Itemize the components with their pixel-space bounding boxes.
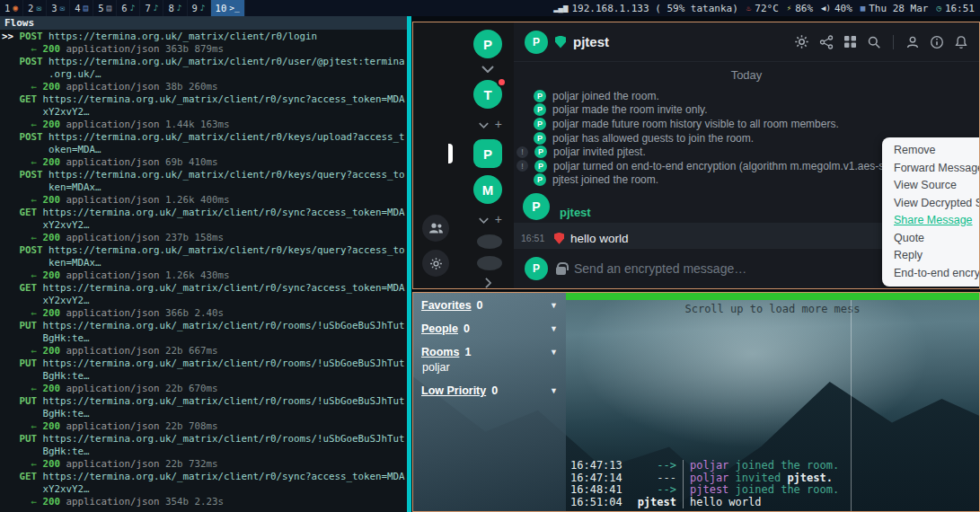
- room-avatar[interactable]: P: [525, 31, 548, 54]
- room-group-header[interactable]: Favorites0▼: [421, 299, 558, 312]
- flow-row[interactable]: GET https://termina.org.uk/_matrix/clien…: [2, 282, 411, 320]
- room-group-header[interactable]: Rooms1▼: [421, 346, 558, 358]
- workspace-7[interactable]: 7♪: [140, 0, 163, 16]
- flow-url: https://termina.org.uk/_matrix/client/r0…: [43, 93, 405, 105]
- flow-row[interactable]: GET https://termina.org.uk/_matrix/clien…: [2, 471, 411, 508]
- room-avatar-gray-1[interactable]: [477, 234, 502, 249]
- sender-avatar[interactable]: P: [523, 193, 550, 220]
- flow-request-line: GET https://termina.org.uk/_matrix/clien…: [2, 282, 411, 295]
- response-content-type: application/json: [66, 496, 166, 508]
- room-group-header[interactable]: People0▼: [421, 322, 558, 335]
- flow-selector: [2, 93, 20, 105]
- room-settings-button[interactable]: [794, 34, 809, 49]
- flow-row[interactable]: POST https://termina.org.uk/_matrix/clie…: [2, 56, 411, 93]
- menu-item-share-message[interactable]: Share Message: [882, 212, 979, 230]
- response-size-time: 363b 879ms: [165, 43, 224, 55]
- message-text: hello world: [683, 497, 761, 509]
- search-button[interactable]: [867, 35, 881, 49]
- flow-row[interactable]: POST https://termina.org.uk/_matrix/clie…: [2, 244, 411, 282]
- room-avatar-pjtest[interactable]: P: [473, 139, 502, 168]
- flow-row[interactable]: PUT https://termina.org.uk/_matrix/clien…: [2, 395, 411, 433]
- flow-response-line: ← 200 application/json 354b 2.23s: [2, 496, 411, 508]
- desktop: 1◉2✉3✉4▤5▤6♪7♪8♪9♪10>_ ▂▄▆192.168.1.133 …: [0, 0, 980, 512]
- workspace-4[interactable]: 4▤: [70, 0, 93, 16]
- chevron-down-icon[interactable]: [473, 66, 502, 73]
- menu-item-forward-message[interactable]: Forward Message: [882, 160, 979, 178]
- room-avatar-gray-2[interactable]: [477, 256, 502, 270]
- flow-method: GET: [20, 471, 43, 482]
- share-room-button[interactable]: [819, 35, 834, 49]
- workspace-10[interactable]: 10>_: [211, 0, 245, 16]
- people-button[interactable]: [422, 215, 449, 242]
- user-avatar[interactable]: P: [473, 30, 502, 58]
- flow-url-continuation: ken=MDAx…: [2, 181, 411, 194]
- flow-row[interactable]: POST https://termina.org.uk/_matrix/clie…: [2, 169, 411, 207]
- settings-button[interactable]: [422, 250, 449, 277]
- collapse-arrow-icon[interactable]: ▼: [550, 301, 558, 310]
- avatar: P: [534, 132, 546, 145]
- chevron-down-icon[interactable]: [479, 211, 489, 227]
- notifications-button[interactable]: [954, 35, 968, 49]
- flow-row[interactable]: >> POST https://termina.org.uk/_matrix/c…: [2, 31, 411, 56]
- members-button[interactable]: [905, 35, 920, 49]
- collapse-arrow-icon[interactable]: ▼: [550, 324, 558, 333]
- menu-item-remove[interactable]: Remove: [882, 142, 979, 160]
- flow-row[interactable]: POST https://termina.org.uk/_matrix/clie…: [2, 131, 411, 169]
- room-info-button[interactable]: [930, 35, 944, 49]
- flow-row[interactable]: PUT https://termina.org.uk/_matrix/clien…: [2, 358, 411, 395]
- flow-row[interactable]: GET https://termina.org.uk/_matrix/clien…: [2, 93, 411, 131]
- response-arrow-icon: ←: [31, 345, 43, 357]
- status-date-value: Thu 28 Mar: [869, 3, 928, 14]
- status-network-value: 192.168.1.133 ( 59% tatanka): [571, 3, 737, 14]
- workspace-number: 1: [4, 3, 10, 13]
- flow-url-continuation: BgHk:te…: [2, 370, 411, 383]
- chevron-down-icon[interactable]: [479, 116, 489, 132]
- collapse-arrow-icon[interactable]: ▼: [550, 386, 558, 395]
- menu-item-end-to-end-encry[interactable]: End-to-end encry: [882, 265, 979, 283]
- workspace-5[interactable]: 5▤: [93, 0, 117, 16]
- flow-url: https://termina.org.uk/_matrix/client/r0…: [49, 31, 317, 42]
- workspace-3[interactable]: 3✉: [47, 0, 70, 16]
- flow-row[interactable]: PUT https://termina.org.uk/_matrix/clien…: [2, 320, 411, 358]
- mitmproxy-title: Flows: [0, 16, 411, 30]
- response-status: 200: [43, 458, 66, 470]
- workspace-1[interactable]: 1◉: [0, 0, 23, 16]
- workspace-2[interactable]: 2✉: [23, 0, 47, 16]
- status-time-value: 16:51: [945, 3, 975, 14]
- add-room-icon[interactable]: +: [495, 213, 502, 225]
- flow-row[interactable]: PUT https://termina.org.uk/_matrix/clien…: [2, 433, 411, 471]
- response-size-time: 69b 410ms: [165, 156, 218, 168]
- response-content-type: application/json: [66, 232, 166, 243]
- room-avatar-m[interactable]: M: [473, 175, 502, 204]
- people-icon: [428, 222, 444, 234]
- workspace-9[interactable]: 9♪: [188, 0, 211, 16]
- message-text: poljar joined the room.: [683, 460, 839, 472]
- room-list-item[interactable]: poljar: [421, 361, 558, 374]
- room-avatar-t[interactable]: T: [473, 80, 502, 109]
- message-text: pjtest joined the room.: [683, 484, 839, 497]
- flow-row[interactable]: GET https://termina.org.uk/_matrix/clien…: [2, 207, 411, 244]
- workspace-list: 1◉2✉3✉4▤5▤6♪7♪8♪9♪10>_: [0, 0, 245, 16]
- add-room-icon[interactable]: +: [495, 118, 502, 130]
- network-icon: ▂▄▆: [553, 4, 568, 13]
- collapse-arrow-icon[interactable]: ▼: [550, 348, 558, 357]
- lock-icon: [556, 267, 566, 275]
- flow-request-line: GET https://termina.org.uk/_matrix/clien…: [2, 207, 411, 219]
- menu-item-view-source[interactable]: View Source: [882, 177, 979, 195]
- menu-item-view-decrypted-s[interactable]: View Decrypted S: [882, 195, 979, 213]
- room-group-header[interactable]: Low Priority0▼: [421, 384, 558, 397]
- mail-icon: ✉: [36, 4, 41, 13]
- apps-button[interactable]: [843, 35, 857, 49]
- mitmproxy-scrollbar[interactable]: [407, 16, 411, 512]
- response-arrow-icon: ←: [31, 232, 43, 243]
- user-menu[interactable]: P: [473, 30, 502, 58]
- flow-request-line: GET https://termina.org.uk/_matrix/clien…: [2, 471, 411, 483]
- flow-response-line: ← 200 application/json 69b 410ms: [2, 156, 411, 169]
- menu-item-reply[interactable]: Reply: [882, 247, 979, 265]
- workspace-6[interactable]: 6♪: [117, 0, 140, 16]
- workspace-8[interactable]: 8♪: [163, 0, 187, 16]
- chevron-right-icon[interactable]: [473, 278, 502, 288]
- text-segment: hello world: [690, 496, 761, 508]
- menu-item-quote[interactable]: Quote: [882, 230, 979, 248]
- flow-method: PUT: [20, 320, 43, 331]
